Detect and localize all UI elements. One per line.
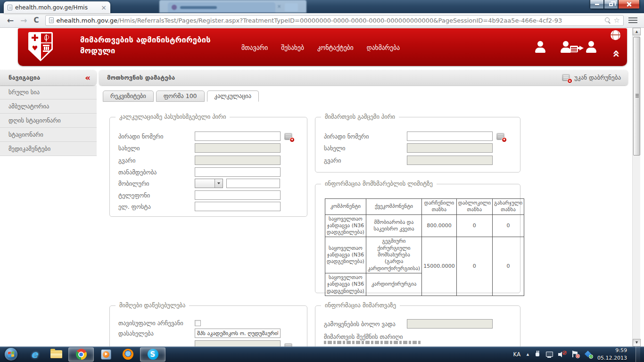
label-last-use-date: გამოყენების ბოლო ვადა: [324, 321, 407, 328]
scroll-up-icon[interactable]: ▲: [633, 28, 641, 35]
go-back-button[interactable]: უკან დაბრუნება: [562, 74, 628, 81]
calc-mobile-input[interactable]: [226, 179, 280, 188]
chevron-down-icon: [215, 179, 223, 188]
issuer-personal-number-input[interactable]: [407, 132, 493, 141]
logo-caduceus-icon: [41, 33, 51, 42]
nav-help[interactable]: დახმარება: [367, 44, 400, 51]
user-icon[interactable]: [534, 41, 547, 53]
cell-blocked: 0: [456, 214, 492, 237]
reload-button[interactable]: C: [34, 16, 39, 25]
start-button[interactable]: [5, 348, 17, 361]
close-button[interactable]: [618, 0, 640, 9]
cell-spent: 0: [492, 237, 524, 296]
tab-form-100[interactable]: ფორმა 100: [156, 90, 205, 102]
clock[interactable]: 9:59 05.12.2013: [597, 347, 627, 362]
background-tab-close-icon: ×: [277, 5, 281, 8]
hidden-icons-icon[interactable]: ▲: [527, 353, 529, 356]
free-choice-checkbox[interactable]: [195, 320, 201, 326]
browser-menu-icon[interactable]: [628, 17, 637, 24]
calc-personal-number-input[interactable]: [195, 132, 281, 141]
person-lookup-icon[interactable]: [496, 133, 504, 140]
browser-tab[interactable]: ehealth.moh.gov.ge/Hmis ×: [4, 1, 110, 13]
user-list-icon[interactable]: [559, 41, 572, 53]
mobile-prefix-select[interactable]: [195, 179, 223, 188]
skype-icon: S: [148, 349, 158, 360]
network-icon[interactable]: [546, 351, 553, 358]
nav-contacts[interactable]: კონტაქტები: [317, 44, 354, 51]
sidebar-item-full-list[interactable]: სრული სია: [0, 85, 97, 99]
page-scrollbar[interactable]: ▲ ▲: [632, 28, 640, 346]
label-creation-date: მიმართვის შექმნის თარიღი: [324, 333, 446, 340]
volume-muted-icon[interactable]: [558, 351, 566, 358]
sidebar-item-medications[interactable]: მედიკამენტები: [0, 142, 97, 156]
page-title: მოთხოვნის დამატება: [99, 74, 175, 81]
background-tab-favicon: [172, 5, 177, 10]
power-plug-icon[interactable]: [535, 351, 540, 358]
cell-remaining: 15000.0000: [422, 237, 456, 296]
media-player-button[interactable]: [97, 347, 116, 362]
address-bar[interactable]: ehealth.moh.gov.ge/Hmis/ReferralsTest/Pa…: [45, 15, 624, 26]
label-first-name: სახელი: [324, 145, 407, 152]
folder-icon: [50, 350, 62, 358]
dropbox-icon[interactable]: ✓: [585, 351, 592, 358]
show-desktop-button[interactable]: [636, 346, 640, 362]
restore-button[interactable]: [604, 0, 618, 9]
issuer-first-name-input: [407, 143, 493, 153]
label-phone: ტელეფონი: [118, 192, 195, 199]
red-badge-icon: [502, 137, 507, 142]
system-tray: KA ▲ ✓ 9:59 05.12.2013: [513, 346, 644, 362]
bookmark-star-icon[interactable]: ☆: [614, 17, 620, 24]
nav-home[interactable]: მთავარი: [241, 44, 268, 51]
section-referral-issuer: მიმართვის გამცემი პირი პირადი ნომერი სახ…: [315, 117, 520, 173]
calc-phone-input[interactable]: [195, 190, 281, 200]
scrollbar-thumb[interactable]: [633, 37, 640, 156]
nav-about[interactable]: შესახებ: [281, 44, 304, 51]
tab-close-icon[interactable]: ×: [101, 5, 107, 10]
logo-cross-icon: [30, 33, 40, 42]
calc-position-input[interactable]: [195, 167, 281, 177]
moh-logo: ♥: [28, 32, 53, 61]
internet-explorer-button[interactable]: e: [25, 347, 44, 362]
cell-spent: 0: [492, 214, 524, 237]
file-explorer-button[interactable]: [47, 347, 66, 362]
institution-name-input[interactable]: [195, 329, 281, 338]
sidebar-item-day-hospital[interactable]: დღის სტაციონარი: [0, 114, 97, 128]
sidebar-item-hospital[interactable]: სტაციონარი: [0, 128, 97, 142]
section-user-limit-info: ინფორმაცია მომხმარებლის ლიმიტზე კომპონენ…: [315, 184, 520, 293]
calc-email-input[interactable]: [195, 202, 281, 211]
tab-calculation[interactable]: კალკულაცია: [207, 90, 259, 102]
url-text[interactable]: ehealth.moh.gov.ge/Hmis/ReferralsTest/Pa…: [57, 17, 602, 24]
back-button[interactable]: ←: [7, 16, 14, 25]
window-titlebar: × ehealth.moh.gov.ge/Hmis ×: [0, 0, 644, 13]
cell-remaining: 800.0000: [422, 214, 456, 237]
skype-button[interactable]: S: [140, 347, 165, 362]
sidebar-collapse-icon[interactable]: «: [85, 74, 91, 82]
minimize-button[interactable]: [590, 0, 604, 9]
scroll-down-icon[interactable]: ▲: [633, 339, 641, 346]
collapse-header-icon[interactable]: «: [611, 50, 623, 57]
cell-component: საყოველთაო ჯანდაცვა (N36 დადგენილება): [325, 237, 366, 273]
zoom-icon[interactable]: [605, 17, 611, 24]
sidebar-item-ambulatory[interactable]: ამბულატორია: [0, 99, 97, 114]
limit-col-remaining: დარჩენილი თანხა: [422, 199, 456, 215]
chrome-icon: [76, 349, 87, 360]
app-title: მიმართვების ადმინისტრირების მოდული: [80, 34, 211, 56]
tab-requisites[interactable]: რეკვიზიტები: [103, 90, 154, 102]
go-back-label: უკან დაბრუნება: [574, 74, 621, 81]
sidebar-header: ნავიგაცია «: [0, 70, 97, 85]
page-icon: [49, 17, 54, 23]
cell-component: საყოველთაო ჯანდაცვა (N36 დადგენილება): [325, 273, 366, 296]
last-use-date-input: [407, 319, 493, 329]
form-tabs: რეკვიზიტები ფორმა 100 კალკულაცია: [103, 90, 261, 102]
language-indicator[interactable]: KA: [513, 351, 520, 358]
chrome-button[interactable]: [68, 347, 94, 362]
action-center-icon[interactable]: [572, 351, 579, 358]
firefox-button[interactable]: [118, 347, 137, 362]
person-lookup-icon[interactable]: [284, 133, 292, 140]
forward-button[interactable]: →: [20, 16, 27, 25]
cell-component: საყოველთაო ჯანდაცვა (N36 დადგენილება): [325, 214, 366, 237]
calc-first-name-input: [195, 143, 281, 153]
table-row: საყოველთაო ჯანდაცვა (N36 დადგენილება) მშ…: [325, 214, 524, 237]
globe-icon[interactable]: [611, 30, 620, 40]
user-switch-icon[interactable]: [585, 41, 598, 53]
